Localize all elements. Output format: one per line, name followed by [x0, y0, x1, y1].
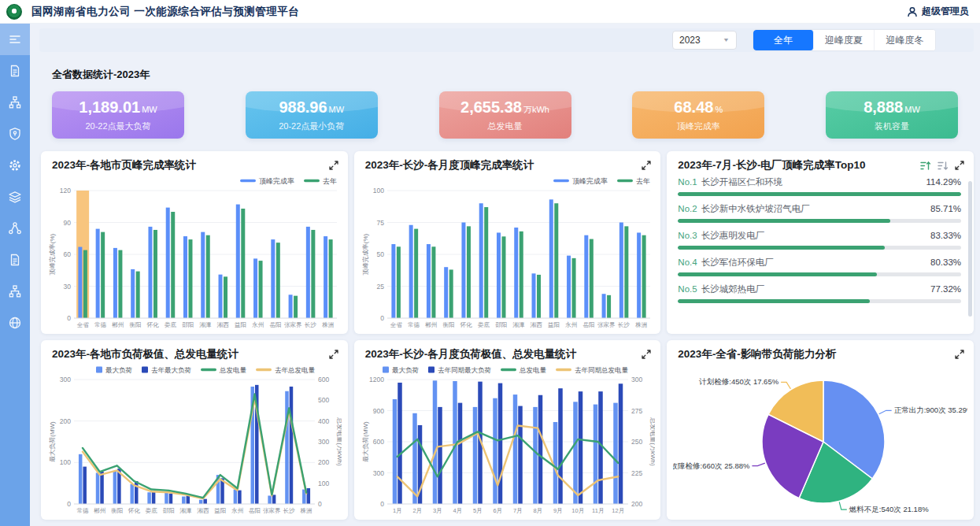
kpi-value: 1,189.01 — [79, 98, 140, 116]
svg-text:0: 0 — [380, 500, 384, 508]
kpi-card-peak-completion: 68.48% 顶峰完成率 — [632, 91, 764, 139]
sort-desc-icon[interactable] — [937, 161, 949, 171]
svg-text:300: 300 — [631, 376, 642, 383]
progress-track — [678, 219, 961, 223]
chart-card-changsha-load: 2023年-长沙-各月度负荷极值、总发电量统计 0300600900120020… — [354, 340, 661, 520]
sidebar-item-share[interactable] — [0, 213, 30, 244]
sidebar-item-docs[interactable] — [0, 244, 30, 276]
svg-text:7月: 7月 — [513, 507, 523, 514]
top10-row: No.3长沙惠明发电厂83.33% — [678, 230, 961, 250]
svg-text:燃料不足:540次 21.18%: 燃料不足:540次 21.18% — [849, 505, 929, 513]
svg-text:郴州: 郴州 — [425, 321, 437, 328]
svg-text:益阳: 益阳 — [235, 321, 246, 328]
chart-card-top10: 2023年-7月-长沙-电厂顶峰完成率Top10 No.1长沙开福区仁和环境11… — [667, 151, 974, 334]
rank-label: No.3 — [678, 231, 697, 240]
expand-icon[interactable] — [955, 350, 964, 359]
progress-track — [678, 272, 961, 276]
document-icon — [8, 64, 22, 78]
expand-icon[interactable] — [329, 350, 338, 359]
svg-text:5月: 5月 — [473, 507, 483, 514]
rank-label: No.2 — [678, 204, 697, 213]
period-button-winter-peak[interactable]: 迎峰度冬 — [875, 30, 935, 50]
year-select[interactable]: 2023 ▼ — [672, 31, 737, 50]
svg-text:衡阳: 衡阳 — [111, 507, 123, 514]
svg-text:600: 600 — [372, 438, 383, 446]
sidebar-item-global[interactable] — [0, 307, 30, 339]
svg-text:去年最大负荷: 去年最大负荷 — [151, 366, 191, 374]
svg-text:100: 100 — [372, 187, 383, 194]
svg-text:顶峰完成率: 顶峰完成率 — [259, 177, 294, 185]
shield-icon — [8, 127, 22, 141]
completion-value: 114.29% — [926, 177, 961, 187]
svg-text:娄底: 娄底 — [146, 507, 158, 514]
chart-title: 2023年-长沙-各月度负荷极值、总发电量统计 — [365, 347, 577, 361]
svg-text:0: 0 — [380, 314, 384, 322]
kpi-unit: % — [715, 105, 723, 114]
sidebar-item-security[interactable] — [0, 118, 30, 150]
svg-text:最大负荷: 最大负荷 — [105, 366, 132, 374]
kpi-label: 总发电量 — [439, 120, 571, 132]
sidebar-item-layers[interactable] — [0, 181, 30, 213]
expand-icon[interactable] — [329, 161, 338, 170]
expand-icon[interactable] — [955, 161, 964, 170]
svg-text:全省: 全省 — [390, 321, 402, 328]
sidebar — [0, 24, 30, 526]
kpi-unit: MW — [904, 105, 920, 114]
sidebar-item-topology[interactable] — [0, 276, 30, 307]
progress-fill — [678, 192, 961, 196]
kpi-label: 20-22点最大负荷 — [52, 120, 184, 132]
kpi-unit: 万kWh — [523, 105, 549, 114]
rank-label: No.4 — [678, 257, 697, 267]
chart-title: 2023年-各地市页峰完成率统计 — [52, 158, 196, 172]
svg-text:常德: 常德 — [94, 321, 106, 328]
plant-name: 长沙新中水铁炉坡沼气电厂 — [701, 203, 810, 215]
period-button-all-year[interactable]: 全年 — [753, 30, 814, 50]
sort-asc-icon[interactable] — [920, 161, 931, 171]
svg-text:300: 300 — [318, 438, 329, 446]
svg-text:1200: 1200 — [369, 376, 384, 383]
org-chart-icon — [8, 284, 22, 298]
sidebar-item-report[interactable] — [0, 55, 30, 87]
svg-text:600: 600 — [318, 376, 329, 383]
kpi-unit: MW — [329, 105, 345, 114]
svg-text:顶峰完成率: 顶峰完成率 — [572, 177, 608, 185]
expand-icon[interactable] — [642, 350, 651, 359]
svg-text:1月: 1月 — [393, 507, 402, 514]
svg-text:0: 0 — [318, 500, 322, 508]
user-menu[interactable]: 超级管理员 — [907, 5, 969, 18]
svg-text:正常出力:900次 35.29%: 正常出力:900次 35.29% — [894, 406, 967, 414]
kpi-label: 顶峰完成率 — [632, 120, 764, 132]
svg-text:益阳: 益阳 — [214, 507, 226, 514]
svg-text:0: 0 — [67, 314, 71, 322]
chart-card-city-load: 2023年-各地市负荷极值、总发电量统计 0100200300010020030… — [41, 340, 348, 520]
svg-text:湘潭: 湘潭 — [199, 321, 213, 328]
svg-text:60: 60 — [64, 250, 72, 258]
svg-text:0: 0 — [67, 500, 71, 508]
svg-text:900: 900 — [372, 407, 383, 415]
scrollbar[interactable] — [968, 181, 972, 317]
year-select-value: 2023 — [679, 35, 701, 46]
user-name: 超级管理员 — [922, 5, 969, 18]
svg-text:去年同期最大负荷: 去年同期最大负荷 — [438, 366, 491, 374]
expand-icon[interactable] — [642, 161, 651, 170]
top10-row: No.1长沙开福区仁和环境114.29% — [678, 176, 961, 196]
sidebar-item-menu[interactable] — [0, 24, 30, 55]
layers-icon — [8, 190, 22, 204]
svg-text:12月: 12月 — [612, 507, 624, 514]
svg-text:湘潭: 湘潭 — [179, 507, 193, 514]
period-segmented-control: 全年 迎峰度夏 迎峰度冬 — [753, 29, 936, 51]
progress-track — [678, 192, 961, 196]
svg-text:75: 75 — [376, 219, 384, 227]
sidebar-item-structure[interactable] — [0, 87, 30, 118]
app-title: 国网湖南省电力公司 一次能源综合评估与预测管理平台 — [31, 5, 299, 19]
svg-text:250: 250 — [631, 438, 642, 446]
pie-chart-canvas: 正常出力:900次 35.29%燃料不足:540次 21.18%故障检修:660… — [673, 361, 967, 517]
kpi-card-min-load: 988.96MW 20-22点最小负荷 — [246, 91, 378, 139]
plant-name: 长沙城郊热电厂 — [701, 283, 765, 295]
sidebar-item-settings[interactable] — [0, 150, 30, 181]
svg-text:计划检修:450次 17.65%: 计划检修:450次 17.65% — [699, 377, 779, 386]
svg-text:90: 90 — [64, 219, 72, 227]
period-button-summer-peak[interactable]: 迎峰度夏 — [814, 30, 875, 50]
svg-text:300: 300 — [372, 469, 383, 477]
progress-fill — [678, 219, 890, 223]
